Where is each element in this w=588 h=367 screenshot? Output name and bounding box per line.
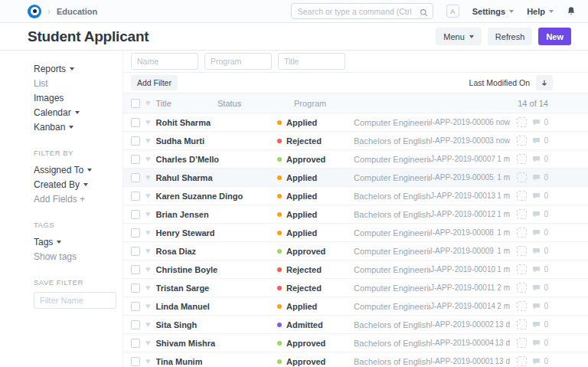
list-row[interactable]: ♥ Brian Jensen Applied Bachelors of Engl…: [123, 205, 588, 224]
sidebar-view-item[interactable]: Reports: [34, 61, 116, 76]
row-title[interactable]: Rosa Diaz: [156, 247, 197, 256]
assign-placeholder-icon[interactable]: [517, 283, 527, 293]
list-row[interactable]: ♥ Sudha Murti Rejected Bachelors of Engl…: [123, 132, 588, 150]
like-heart-icon[interactable]: ♥: [145, 136, 151, 145]
sidebar-tag-item[interactable]: Tags: [34, 234, 116, 249]
filter-name-input[interactable]: [34, 292, 116, 309]
filter-title-field[interactable]: [278, 53, 345, 70]
assign-placeholder-icon[interactable]: [517, 228, 527, 238]
assign-placeholder-icon[interactable]: [517, 209, 527, 219]
global-search-input[interactable]: [291, 3, 433, 19]
row-title[interactable]: Linda Manuel: [156, 302, 210, 311]
new-button[interactable]: New: [538, 28, 571, 45]
list-row[interactable]: ♥ Tristan Sarge Rejected Computer Engine…: [123, 279, 588, 297]
row-checkbox[interactable]: [131, 136, 140, 146]
row-checkbox[interactable]: [131, 320, 140, 329]
sidebar-filter-item[interactable]: Add Fields +: [34, 192, 116, 206]
assign-placeholder-icon[interactable]: [517, 301, 527, 311]
like-heart-icon[interactable]: ♥: [145, 155, 151, 163]
row-title[interactable]: Shivam Mishra: [156, 339, 216, 348]
row-title[interactable]: Sudha Murti: [156, 136, 205, 146]
row-checkbox[interactable]: [131, 357, 140, 366]
liked-filter-heart-icon[interactable]: ♥: [145, 99, 151, 107]
assign-placeholder-icon[interactable]: [517, 264, 527, 274]
like-heart-icon[interactable]: ♥: [145, 283, 151, 292]
row-checkbox[interactable]: [131, 210, 140, 219]
row-title[interactable]: Brian Jensen: [156, 210, 209, 219]
row-checkbox[interactable]: [131, 192, 140, 201]
assign-placeholder-icon[interactable]: [517, 154, 527, 164]
row-checkbox[interactable]: [131, 228, 140, 238]
row-checkbox[interactable]: [131, 302, 140, 311]
notifications-bell-icon[interactable]: [567, 6, 576, 16]
like-heart-icon[interactable]: ♥: [145, 357, 151, 365]
list-row[interactable]: ♥ Tina Munim Approved Bachelors of Engli…: [123, 352, 588, 367]
sidebar-view-item[interactable]: Kanban: [34, 120, 116, 134]
filter-name-field[interactable]: [131, 53, 198, 70]
settings-menu[interactable]: Settings: [472, 7, 514, 16]
list-row[interactable]: ♥ Karen Suzanne Dingo Applied Bachelors …: [123, 187, 588, 205]
row-checkbox[interactable]: [131, 339, 140, 348]
assign-placeholder-icon[interactable]: [517, 136, 527, 146]
search-icon: [420, 6, 428, 20]
list-row[interactable]: ♥ Shivam Mishra Approved Bachelors of En…: [123, 334, 588, 352]
row-title[interactable]: Rahul Sharma: [156, 173, 213, 182]
list-row[interactable]: ♥ Charles D’Mello Approved Computer Engi…: [123, 150, 588, 169]
sidebar-view-item[interactable]: Calendar: [34, 105, 116, 120]
breadcrumb-education[interactable]: Education: [57, 7, 97, 16]
row-title[interactable]: Charles D’Mello: [156, 155, 220, 164]
like-heart-icon[interactable]: ♥: [145, 210, 151, 218]
filter-program-field[interactable]: [204, 53, 272, 70]
row-checkbox[interactable]: [131, 173, 140, 182]
assign-placeholder-icon[interactable]: [517, 172, 527, 182]
like-heart-icon[interactable]: ♥: [145, 228, 151, 237]
list-row[interactable]: ♥ Rahul Sharma Applied Computer Engineer…: [123, 169, 588, 187]
like-heart-icon[interactable]: ♥: [145, 302, 151, 310]
list-row[interactable]: ♥ Christine Boyle Rejected Computer Engi…: [123, 261, 588, 279]
assign-placeholder-icon[interactable]: [517, 117, 527, 127]
row-checkbox[interactable]: [131, 118, 140, 127]
assign-placeholder-icon[interactable]: [517, 191, 527, 201]
assign-placeholder-icon[interactable]: [517, 338, 527, 348]
select-all-checkbox[interactable]: [131, 99, 140, 108]
row-title[interactable]: Henry Steward: [156, 228, 215, 238]
row-title[interactable]: Sita Singh: [156, 320, 198, 329]
refresh-button[interactable]: Refresh: [488, 28, 533, 45]
like-heart-icon[interactable]: ♥: [145, 192, 151, 200]
sidebar-filter-item[interactable]: Assigned To: [34, 162, 116, 177]
row-title[interactable]: Rohit Sharma: [156, 118, 211, 127]
row-title[interactable]: Tina Munim: [156, 357, 203, 366]
sidebar-tag-item[interactable]: Show tags: [34, 249, 116, 264]
row-title[interactable]: Karen Suzanne Dingo: [156, 192, 243, 201]
list-row[interactable]: ♥ Rosa Diaz Approved Computer Engineerin…: [123, 242, 588, 261]
like-heart-icon[interactable]: ♥: [145, 118, 151, 126]
row-checkbox[interactable]: [131, 155, 140, 164]
sidebar-view-item[interactable]: List: [34, 76, 116, 90]
sort-direction-button[interactable]: [536, 75, 553, 90]
assign-placeholder-icon[interactable]: [517, 319, 527, 329]
app-logo[interactable]: [28, 5, 41, 18]
sidebar-filter-item[interactable]: Created By: [34, 177, 116, 192]
like-heart-icon[interactable]: ♥: [145, 173, 151, 182]
like-heart-icon[interactable]: ♥: [145, 339, 151, 347]
like-heart-icon[interactable]: ♥: [145, 247, 151, 255]
row-checkbox[interactable]: [131, 283, 140, 293]
list-row[interactable]: ♥ Sita Singh Admitted Bachelors of Engli…: [123, 316, 588, 334]
add-filter-button[interactable]: Add Filter: [131, 75, 178, 90]
assign-placeholder-icon[interactable]: [517, 246, 527, 256]
sort-field-label[interactable]: Last Modified On: [469, 78, 530, 87]
sidebar-view-item[interactable]: Images: [34, 90, 116, 105]
list-row[interactable]: ♥ Linda Manuel Applied Computer Engineer…: [123, 297, 588, 316]
like-heart-icon[interactable]: ♥: [145, 320, 151, 329]
row-checkbox[interactable]: [131, 247, 140, 256]
assign-placeholder-icon[interactable]: [517, 356, 527, 366]
menu-button[interactable]: Menu: [436, 28, 482, 45]
row-title[interactable]: Christine Boyle: [156, 265, 218, 274]
row-checkbox[interactable]: [131, 265, 140, 274]
help-menu[interactable]: Help: [527, 7, 554, 16]
row-title[interactable]: Tristan Sarge: [156, 283, 210, 293]
like-heart-icon[interactable]: ♥: [145, 265, 151, 274]
list-row[interactable]: ♥ Rohit Sharma Applied Computer Engineer…: [123, 113, 588, 132]
user-avatar[interactable]: A: [446, 5, 459, 18]
list-row[interactable]: ♥ Henry Steward Applied Computer Enginee…: [123, 224, 588, 242]
